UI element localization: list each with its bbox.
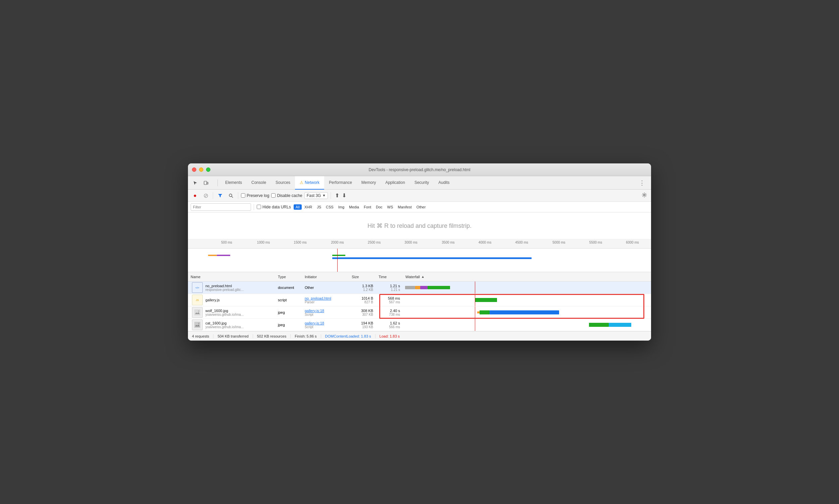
tab-network[interactable]: ⚠ Network <box>295 176 324 190</box>
filmstrip-area: Hit ⌘ R to reload and capture filmstrip. <box>188 212 651 239</box>
devtools-window: DevTools - responsive-preload.glitch.me/… <box>188 163 651 341</box>
window-title: DevTools - responsive-preload.glitch.me/… <box>369 167 470 172</box>
toolbar-divider-1 <box>213 192 213 199</box>
tick-5000ms: 5000 ms <box>552 240 565 244</box>
upload-download-btns: ⬆ ⬇ <box>335 192 346 199</box>
filter-font[interactable]: Font <box>362 204 373 210</box>
warning-icon: ⚠ <box>300 180 303 185</box>
row-time-stack: 2.40 s 738 ms <box>378 309 400 317</box>
row-waterfall-col <box>403 319 651 331</box>
tab-sources[interactable]: Sources <box>271 176 295 190</box>
filter-media[interactable]: Media <box>347 204 361 210</box>
status-transferred: 504 KB transferred <box>217 334 253 338</box>
timeline-chart <box>188 249 651 272</box>
tick-3500ms: 3500 ms <box>442 240 454 244</box>
wf-vertical-line <box>475 306 475 319</box>
tab-memory[interactable]: Memory <box>357 176 380 190</box>
row-time-stack: 568 ms 567 ms <box>378 296 400 304</box>
maximize-button[interactable] <box>206 167 210 172</box>
download-icon[interactable]: ⬇ <box>342 192 346 199</box>
tick-4500ms: 4500 ms <box>515 240 528 244</box>
row-size-col: 194 KB 193 KB <box>349 321 376 329</box>
wf-vertical-line <box>475 319 475 331</box>
record-button[interactable]: ● <box>191 191 199 200</box>
row-initiator-col: Other <box>302 286 349 290</box>
timeline-bar-purple <box>217 255 230 256</box>
filter-divider <box>254 204 254 210</box>
status-dom-loaded: DOMContentLoaded: 1.83 s <box>325 334 376 338</box>
preserve-log-checkbox[interactable] <box>241 193 245 198</box>
tick-3000ms: 3000 ms <box>405 240 417 244</box>
row-time-stack: 1.62 s 566 ms <box>378 321 400 329</box>
row-name-col: wolf_1600.jpg yoavweiss.github.io/ima... <box>188 306 275 319</box>
col-header-initiator: Initiator <box>302 275 349 279</box>
tabs-divider <box>217 180 218 186</box>
table-row[interactable]: cat_1600.jpg yoavweiss.github.io/ima... … <box>188 319 651 331</box>
tick-4000ms: 4000 ms <box>479 240 491 244</box>
tab-elements[interactable]: Elements <box>220 176 247 190</box>
filter-img[interactable]: Img <box>336 204 346 210</box>
filter-bar: Hide data URLs All XHR JS CSS Img Media … <box>188 202 651 212</box>
filter-other[interactable]: Other <box>414 204 428 210</box>
table-row[interactable]: wolf_1600.jpg yoavweiss.github.io/ima...… <box>188 306 651 319</box>
filter-doc[interactable]: Doc <box>374 204 385 210</box>
disable-cache-checkbox[interactable] <box>271 193 275 198</box>
tabs: Elements Console Sources ⚠ Network Perfo… <box>220 176 454 190</box>
preserve-log-label[interactable]: Preserve log <box>241 193 269 198</box>
filter-manifest[interactable]: Manifest <box>396 204 414 210</box>
stop-button[interactable]: ⊘ <box>201 191 210 200</box>
minimize-button[interactable] <box>199 167 203 172</box>
close-button[interactable] <box>192 167 196 172</box>
tick-2500ms: 2500 ms <box>368 240 380 244</box>
filter-icon[interactable] <box>216 191 225 200</box>
row-size-stack: 1014 B 827 B <box>352 296 373 304</box>
upload-icon[interactable]: ⬆ <box>335 192 339 199</box>
row-name-col: cat_1600.jpg yoavweiss.github.io/ima... <box>188 319 275 331</box>
traffic-lights <box>192 167 210 172</box>
filter-xhr[interactable]: XHR <box>302 204 314 210</box>
svg-point-8 <box>198 323 199 324</box>
filter-css[interactable]: CSS <box>324 204 336 210</box>
filter-input[interactable] <box>191 203 251 211</box>
filter-ws[interactable]: WS <box>385 204 395 210</box>
filter-all[interactable]: All <box>293 204 302 210</box>
row-time-stack: 1.21 s 1.21 s <box>378 284 400 292</box>
status-finish: Finish: 5.86 s <box>294 334 321 338</box>
timeline-bar-green-dom <box>332 255 346 256</box>
svg-point-2 <box>229 194 232 197</box>
titlebar: DevTools - responsive-preload.glitch.me/… <box>188 163 651 176</box>
tab-console[interactable]: Console <box>247 176 271 190</box>
row-waterfall-col <box>403 294 651 306</box>
wf-dns <box>415 286 420 289</box>
table-header: Name Type Initiator Size Time Waterfall … <box>188 272 651 282</box>
timeline-ticks: 500 ms 1000 ms 1500 ms 2000 ms 2500 ms 3… <box>208 239 651 248</box>
hide-data-urls-checkbox[interactable] <box>257 205 261 209</box>
tab-audits[interactable]: Audits <box>433 176 454 190</box>
tab-security[interactable]: Security <box>410 176 433 190</box>
html-file-icon: </> <box>192 282 203 293</box>
timeline-header: 500 ms 1000 ms 1500 ms 2000 ms 2500 ms 3… <box>188 239 651 249</box>
device-icon[interactable] <box>201 178 211 187</box>
hide-data-urls-label[interactable]: Hide data URLs <box>257 205 291 210</box>
table-row[interactable]: </> no_preload.html responsive-preload.g… <box>188 282 651 294</box>
table-row[interactable]: JS gallery.js script no_preload.html Par… <box>188 294 651 306</box>
svg-rect-5 <box>194 309 200 316</box>
throttle-select[interactable]: Fast 3G ▼ <box>304 192 328 199</box>
settings-icon[interactable] <box>640 191 648 200</box>
row-size-col: 1.3 KB 1.2 KB <box>349 284 376 292</box>
disable-cache-label[interactable]: Disable cache <box>271 193 302 198</box>
row-initiator-col: no_preload.html Parser <box>302 296 349 304</box>
cursor-icon[interactable] <box>191 178 200 187</box>
svg-rect-7 <box>194 322 200 328</box>
devtools-body: Elements Console Sources ⚠ Network Perfo… <box>188 176 651 341</box>
tab-performance[interactable]: Performance <box>324 176 357 190</box>
row-type-col: script <box>275 298 302 302</box>
filter-js[interactable]: JS <box>315 204 323 210</box>
tab-application[interactable]: Application <box>380 176 410 190</box>
js-file-icon: JS <box>192 294 203 305</box>
search-icon[interactable] <box>227 191 235 200</box>
more-tabs-button[interactable]: ⋮ <box>636 179 648 186</box>
row-initiator-col: gallery.js:18 Script <box>302 309 349 317</box>
tick-5500ms: 5500 ms <box>589 240 602 244</box>
tabs-bar: Elements Console Sources ⚠ Network Perfo… <box>188 176 651 190</box>
